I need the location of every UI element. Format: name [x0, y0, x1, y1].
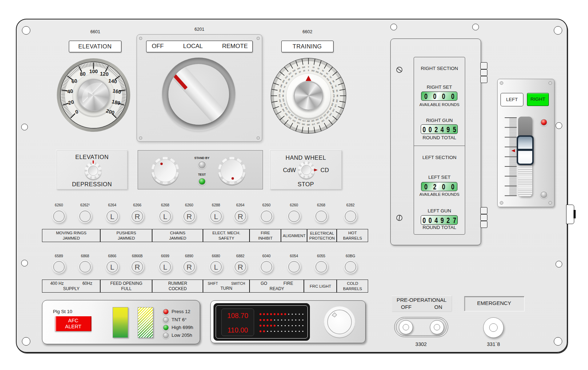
svg-text:60: 60 — [71, 78, 78, 84]
svg-text:10: 10 — [303, 70, 305, 72]
svg-text:90: 90 — [282, 95, 284, 97]
svg-text:10: 10 — [312, 66, 315, 69]
svg-text:270: 270 — [333, 94, 335, 98]
svg-text:270: 270 — [278, 94, 281, 98]
svg-text:0: 0 — [308, 66, 309, 68]
svg-text:180: 180 — [307, 124, 310, 126]
svg-text:80: 80 — [80, 71, 86, 77]
svg-text:0: 0 — [308, 69, 309, 71]
svg-text:80: 80 — [282, 90, 285, 93]
svg-text:100: 100 — [89, 69, 98, 74]
svg-text:90: 90 — [336, 95, 338, 97]
svg-text:180: 180 — [307, 120, 310, 122]
svg-text:80: 80 — [336, 89, 338, 92]
svg-text:120: 120 — [100, 71, 109, 77]
svg-text:40: 40 — [67, 88, 73, 94]
